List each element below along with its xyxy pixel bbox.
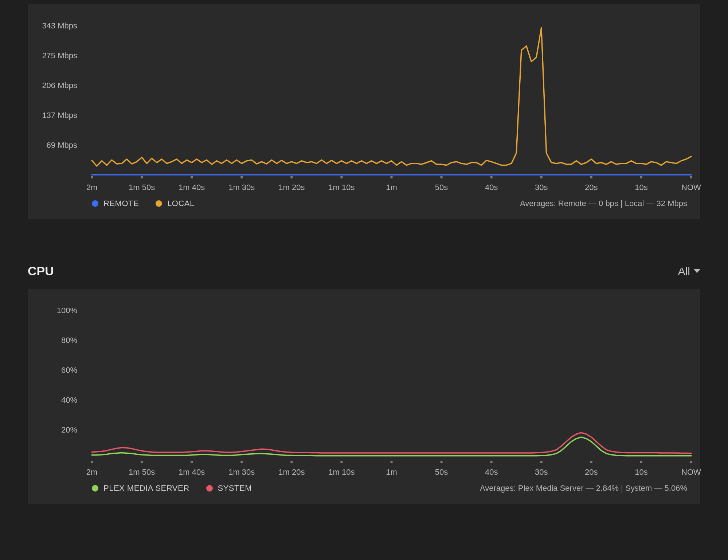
x-tick-label: 10s	[635, 468, 647, 477]
x-tick-label: 20s	[585, 468, 598, 477]
x-tick-label: NOW	[681, 183, 701, 192]
svg-rect-21	[490, 461, 493, 463]
x-tick-label: 40s	[485, 468, 498, 477]
system-swatch	[206, 485, 213, 492]
remote-swatch	[92, 200, 98, 207]
cpu-y-tick-4: 80%	[30, 336, 77, 345]
bandwidth-chart-area: 343 Mbps 275 Mbps 206 Mbps 137 Mbps 69 M…	[41, 15, 687, 182]
cpu-svg	[92, 304, 693, 468]
cpu-chart-area: 100% 80% 60% 40% 20% 2m1m 50s1m 40s1m 30…	[41, 299, 687, 467]
legend-system[interactable]: SYSTEM	[206, 484, 252, 493]
svg-rect-18	[340, 461, 343, 463]
bandwidth-svg	[92, 19, 693, 183]
svg-rect-0	[91, 176, 93, 178]
x-tick-label: 2m	[86, 468, 98, 477]
x-tick-label: NOW	[681, 468, 701, 477]
cpu-y-tick-2: 40%	[30, 395, 77, 405]
svg-rect-16	[240, 461, 243, 463]
section-divider	[0, 244, 728, 244]
x-tick-label: 30s	[535, 468, 548, 477]
svg-rect-19	[391, 461, 393, 463]
legend-pms[interactable]: PLEX MEDIA SERVER	[92, 484, 189, 493]
bw-y-tick-1: 69 Mbps	[30, 141, 77, 150]
bw-y-tick-5: 343 Mbps	[30, 21, 77, 31]
x-tick-label: 1m 40s	[179, 468, 205, 477]
x-tick-label: 1m 50s	[129, 183, 155, 192]
bw-y-tick-2: 137 Mbps	[30, 111, 77, 120]
x-tick-label: 1m	[386, 183, 397, 192]
svg-rect-3	[240, 176, 243, 178]
legend-remote-label: REMOTE	[103, 199, 139, 208]
x-tick-label: 50s	[435, 468, 448, 477]
legend-local[interactable]: LOCAL	[156, 199, 195, 208]
cpu-averages: Averages: Plex Media Server — 2.84% | Sy…	[480, 484, 687, 493]
svg-rect-17	[290, 461, 293, 463]
x-tick-label: 1m 10s	[328, 183, 355, 192]
svg-rect-4	[290, 176, 293, 178]
cpu-y-tick-5: 100%	[30, 306, 77, 315]
pms-swatch	[92, 485, 98, 492]
svg-rect-15	[191, 461, 193, 463]
svg-rect-5	[340, 176, 343, 178]
svg-rect-12	[690, 176, 692, 178]
bandwidth-averages: Averages: Remote — 0 bps | Local — 32 Mb…	[520, 199, 687, 208]
svg-rect-2	[191, 176, 193, 178]
x-tick-label: 40s	[485, 183, 498, 192]
cpu-title: CPU	[28, 264, 54, 278]
x-tick-label: 30s	[535, 183, 548, 192]
x-tick-label: 2m	[86, 183, 98, 192]
local-swatch	[156, 200, 162, 207]
svg-rect-20	[441, 461, 443, 463]
cpu-legend-row: PLEX MEDIA SERVER SYSTEM Averages: Plex …	[41, 484, 687, 493]
svg-rect-9	[540, 176, 543, 178]
svg-rect-24	[640, 461, 642, 463]
x-tick-label: 1m 40s	[179, 183, 205, 192]
chevron-down-icon	[694, 269, 700, 273]
x-tick-label: 1m	[386, 468, 397, 477]
svg-rect-7	[441, 176, 443, 178]
x-tick-label: 20s	[585, 183, 598, 192]
cpu-y-tick-3: 60%	[30, 366, 77, 375]
bandwidth-chart-panel: 343 Mbps 275 Mbps 206 Mbps 137 Mbps 69 M…	[28, 4, 700, 219]
x-tick-label: 50s	[435, 183, 448, 192]
svg-rect-11	[640, 176, 642, 178]
x-tick-label: 1m 20s	[278, 183, 305, 192]
cpu-chart-panel: 100% 80% 60% 40% 20% 2m1m 50s1m 40s1m 30…	[28, 289, 700, 504]
cpu-y-tick-1: 20%	[30, 425, 77, 435]
cpu-filter-dropdown[interactable]: All	[678, 265, 700, 277]
svg-rect-8	[490, 176, 493, 178]
legend-local-label: LOCAL	[167, 199, 195, 208]
x-tick-label: 1m 50s	[129, 468, 155, 477]
legend-system-label: SYSTEM	[218, 484, 252, 493]
bw-y-tick-3: 206 Mbps	[30, 81, 77, 90]
bandwidth-legend-row: REMOTE LOCAL Averages: Remote — 0 bps | …	[41, 199, 687, 208]
x-tick-label: 1m 30s	[228, 468, 255, 477]
svg-rect-13	[91, 461, 93, 463]
x-tick-label: 1m 10s	[328, 468, 355, 477]
bw-y-tick-4: 275 Mbps	[30, 51, 77, 60]
svg-rect-1	[141, 176, 143, 178]
x-tick-label: 1m 30s	[228, 183, 255, 192]
x-tick-label: 10s	[635, 183, 647, 192]
svg-rect-22	[540, 461, 543, 463]
cpu-section-header: CPU All	[28, 264, 700, 278]
svg-rect-23	[590, 461, 592, 463]
legend-pms-label: PLEX MEDIA SERVER	[103, 484, 189, 493]
svg-rect-6	[391, 176, 393, 178]
cpu-filter-label: All	[678, 265, 690, 277]
svg-rect-14	[141, 461, 143, 463]
x-tick-label: 1m 20s	[278, 468, 305, 477]
svg-rect-25	[690, 461, 692, 463]
legend-remote[interactable]: REMOTE	[92, 199, 139, 208]
svg-rect-10	[590, 176, 592, 178]
